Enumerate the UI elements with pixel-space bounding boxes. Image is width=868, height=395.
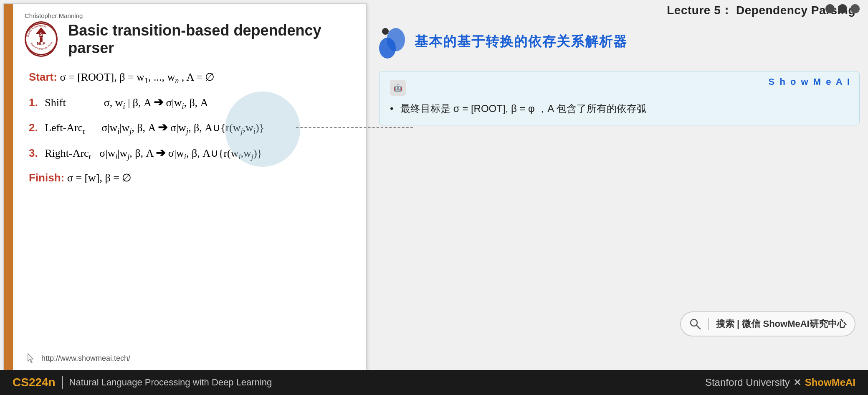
bullet-point: • (390, 103, 393, 114)
dots-row (825, 4, 860, 13)
dot-3 (850, 4, 860, 13)
finish-label: Finish: (29, 171, 64, 184)
finish-line: Finish: σ = [w], β = ∅ (29, 170, 349, 186)
start-line: Start: σ = [ROOT], β = w1, ..., wn , A =… (29, 69, 349, 87)
university-name: Stanford University (705, 377, 790, 388)
author-name: Christopher Manning (25, 12, 349, 19)
start-label: Start: (29, 71, 57, 83)
bottom-left: CS224n Natural Language Processing with … (13, 376, 272, 389)
ai-icon: 🤖 (390, 80, 406, 96)
bottom-right: Stanford University ✕ ShowMeAI (705, 377, 855, 388)
op2-num: 2. (29, 121, 38, 134)
op-leftarc-line: 2. Left-Arcr σ|wi|wj, β, A ➔ σ|wj, β, A∪… (29, 119, 349, 137)
op2-name: Left-Arcr (45, 122, 99, 134)
seal-svg: S NLP Stanford University Natural Langua… (25, 23, 58, 56)
showmeai-badge: S h o w M e A I (769, 76, 851, 87)
svg-point-8 (387, 28, 405, 51)
op3-num: 3. (29, 147, 38, 159)
course-code: CS224n (13, 376, 56, 389)
footer-url: http://www.showmeai.tech/ (41, 354, 130, 363)
dashed-connector (296, 127, 413, 128)
op1-formula: σ, wi | β, A ➔ σ|wi, β, A (104, 97, 208, 109)
annotation-text: • 最终目标是 σ = [ROOT], β = φ ，A 包含了所有的依存弧 (390, 101, 849, 117)
logo-title-row: S NLP Stanford University Natural Langua… (25, 21, 349, 57)
svg-text:NLP: NLP (37, 41, 46, 46)
slide-content: Christopher Manning S NLP (4, 4, 366, 373)
svg-line-11 (696, 325, 700, 329)
slide-title: Basic transition-based dependency parser (68, 22, 349, 57)
op-shift-line: 1. Shift σ, wi | β, A ➔ σ|wi, β, A (29, 94, 349, 112)
annotation-card: S h o w M e A I 🤖 • 最终目标是 σ = [ROOT], β … (379, 71, 860, 125)
search-bar[interactable]: 搜索 | 微信 ShowMeAI研究中心 (680, 311, 855, 336)
brand-name: ShowMeAI (805, 377, 855, 388)
chinese-title: 基本的基于转换的依存关系解析器 (415, 33, 628, 51)
search-divider (708, 318, 709, 330)
cursor-icon (25, 352, 37, 364)
svg-point-9 (382, 28, 389, 35)
highlight-circle (225, 92, 300, 167)
dot-1 (825, 4, 835, 13)
slide-footer: http://www.showmeai.tech/ (25, 352, 130, 364)
ai-icon-text: 🤖 (393, 83, 402, 92)
stanford-seal: S NLP Stanford University Natural Langua… (25, 21, 58, 57)
start-formula: σ = [ROOT], β = w1, ..., wn , A = ∅ (60, 71, 215, 83)
op-rightarc-line: 3. Right-Arcr σ|wi|wj, β, A ➔ σ|wi, β, A… (29, 145, 349, 163)
op1-name: Shift (45, 97, 101, 109)
footer-divider (62, 376, 63, 389)
dot-2 (838, 4, 847, 13)
course-name: Natural Language Processing with Deep Le… (69, 377, 272, 388)
svg-text:S: S (40, 32, 43, 37)
x-symbol: ✕ (793, 377, 802, 388)
annotation-content: 最终目标是 σ = [ROOT], β = φ ，A 包含了所有的依存弧 (400, 103, 647, 114)
blue-accent-block: 基本的基于转换的依存关系解析器 (379, 25, 860, 59)
finish-formula: σ = [w], β = ∅ (67, 172, 132, 184)
slide-panel: Christopher Manning S NLP (3, 3, 367, 373)
op3-name: Right-Arcr (45, 147, 96, 159)
right-panel: 基本的基于转换的依存关系解析器 S h o w M e A I 🤖 • 最终目标… (367, 0, 868, 370)
op1-num: 1. (29, 96, 38, 109)
search-icon (689, 318, 701, 330)
bottom-bar: CS224n Natural Language Processing with … (0, 370, 868, 395)
search-text: 搜索 | 微信 ShowMeAI研究中心 (716, 318, 846, 330)
main-area: Christopher Manning S NLP (0, 0, 868, 370)
blue-wave-icon (379, 25, 406, 59)
